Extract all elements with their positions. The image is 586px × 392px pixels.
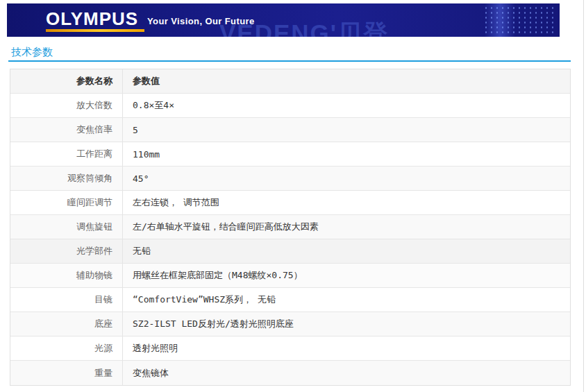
banner-dot-pattern bbox=[483, 6, 555, 35]
param-name-cell: 光源 bbox=[10, 336, 123, 360]
olympus-logo-text: OLYMPUS bbox=[46, 9, 144, 28]
header-param-name: 参数名称 bbox=[10, 69, 123, 93]
table-row: 调焦旋钮 左/右单轴水平旋钮，结合瞳间距高低放大因素 bbox=[10, 215, 570, 239]
param-name-cell: 放大倍数 bbox=[10, 94, 123, 117]
param-name-cell: 观察筒倾角 bbox=[10, 167, 123, 190]
table-row: 底座 SZ2-ILST LED反射光/透射光照明底座 bbox=[10, 312, 570, 336]
param-name-cell: 调焦旋钮 bbox=[10, 215, 123, 239]
table-header-row: 参数名称 参数值 bbox=[10, 69, 570, 94]
olympus-logo: OLYMPUS bbox=[46, 9, 144, 32]
spec-table: 参数名称 参数值 放大倍数 0.8×至4× 变焦倍率 5 工作距离 110mm … bbox=[10, 69, 571, 386]
param-name-cell: 目镜 bbox=[10, 288, 123, 312]
param-value-cell: 无铅 bbox=[123, 239, 570, 263]
page-title: 技术参数 bbox=[11, 46, 53, 59]
param-value-cell: SZ2-ILST LED反射光/透射光照明底座 bbox=[123, 312, 570, 336]
param-name-cell: 底座 bbox=[10, 312, 123, 336]
vedeng-watermark: VEDENG'贝登 bbox=[219, 17, 389, 37]
table-row: 光源 透射光照明 bbox=[10, 336, 570, 361]
table-row: 光学部件 无铅 bbox=[10, 239, 570, 264]
param-name-cell: 光学部件 bbox=[10, 239, 123, 263]
param-value-cell: 左/右单轴水平旋钮，结合瞳间距高低放大因素 bbox=[123, 215, 570, 239]
table-row: 目镜 “ComfortView”WHSZ系列， 无铅 bbox=[10, 288, 570, 312]
table-row: 放大倍数 0.8×至4× bbox=[10, 94, 570, 118]
title-divider bbox=[8, 60, 571, 62]
param-name-cell: 工作距离 bbox=[10, 142, 123, 166]
table-row: 瞳间距调节 左右连锁， 调节范围 bbox=[10, 191, 570, 215]
header-param-value: 参数值 bbox=[123, 69, 570, 93]
olympus-logo-underline bbox=[46, 29, 144, 32]
page: OLYMPUS Your Vision, Our Future VEDENG'贝… bbox=[0, 0, 586, 392]
param-value-cell: 变焦镜体 bbox=[123, 361, 570, 385]
param-value-cell: 45° bbox=[123, 167, 570, 190]
table-row: 工作距离 110mm bbox=[10, 142, 570, 167]
page-right-edge bbox=[583, 0, 584, 392]
param-name-cell: 重量 bbox=[10, 361, 123, 385]
param-value-cell: “ComfortView”WHSZ系列， 无铅 bbox=[123, 288, 570, 312]
table-row: 变焦倍率 5 bbox=[10, 118, 570, 142]
brand-banner: OLYMPUS Your Vision, Our Future VEDENG'贝… bbox=[7, 3, 560, 37]
param-value-cell: 透射光照明 bbox=[123, 336, 570, 360]
param-name-cell: 瞳间距调节 bbox=[10, 191, 123, 214]
param-value-cell: 0.8×至4× bbox=[123, 94, 570, 117]
table-row: 观察筒倾角 45° bbox=[10, 167, 570, 191]
param-value-cell: 110mm bbox=[123, 142, 570, 166]
table-row: 重量 变焦镜体 bbox=[10, 361, 570, 385]
param-name-cell: 辅助物镜 bbox=[10, 264, 123, 287]
param-value-cell: 左右连锁， 调节范围 bbox=[123, 191, 570, 214]
param-name-cell: 变焦倍率 bbox=[10, 118, 123, 142]
param-value-cell: 5 bbox=[123, 118, 570, 142]
param-value-cell: 用螺丝在框架底部固定（M48螺纹×0.75） bbox=[123, 264, 570, 287]
table-row: 辅助物镜 用螺丝在框架底部固定（M48螺纹×0.75） bbox=[10, 264, 570, 288]
